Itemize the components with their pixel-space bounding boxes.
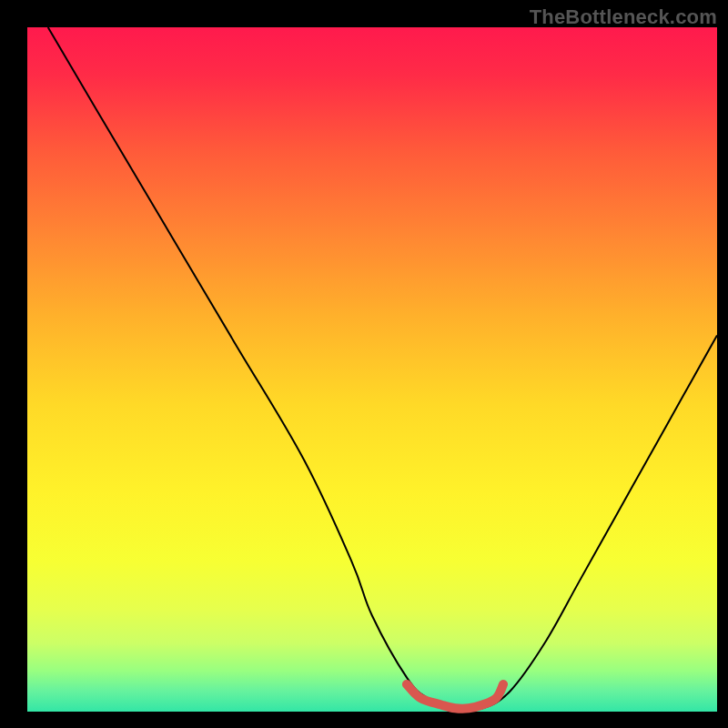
chart-container: TheBottleneck.com (0, 0, 728, 728)
bottleneck-chart (0, 0, 728, 728)
plot-gradient-bg (27, 27, 717, 712)
watermark-text: TheBottleneck.com (530, 5, 717, 29)
